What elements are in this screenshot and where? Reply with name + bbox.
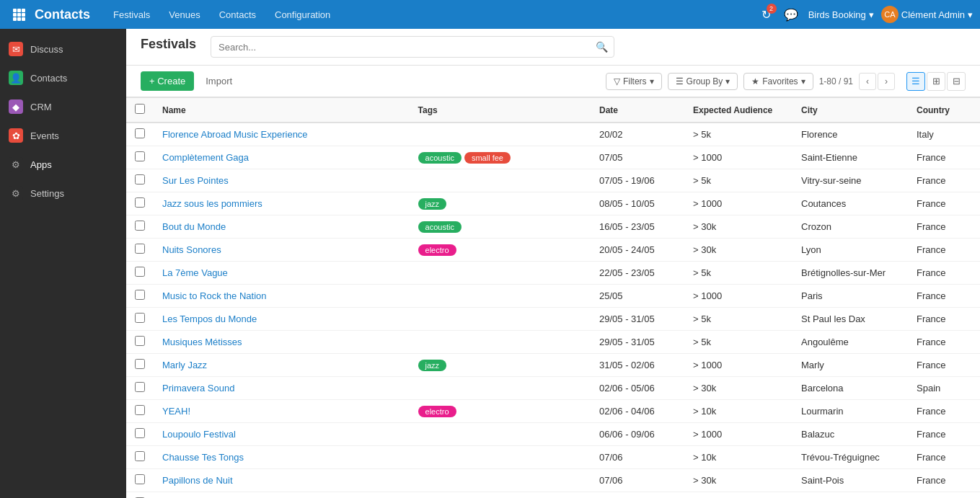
nav-contacts[interactable]: Contacts xyxy=(211,5,265,25)
row-audience: > 30k xyxy=(684,215,793,239)
sidebar-label-discuss: Discuss xyxy=(30,44,63,55)
header-country[interactable]: Country xyxy=(908,98,980,123)
search-button[interactable]: 🔍 xyxy=(590,37,614,57)
row-name[interactable]: Primavera Sound xyxy=(154,377,410,400)
filters-button[interactable]: ▽ Filters ▾ xyxy=(606,73,662,90)
row-checkbox[interactable] xyxy=(135,359,145,369)
row-tags xyxy=(410,492,591,499)
row-checkbox[interactable] xyxy=(135,313,145,323)
row-city: St Paul les Dax xyxy=(793,308,908,331)
booking-label: Birds Booking xyxy=(808,9,866,20)
sidebar-item-discuss[interactable]: ✉ Discuss xyxy=(0,35,126,63)
row-checkbox-cell xyxy=(126,146,154,169)
toolbar: + Create Import ▽ Filters ▾ ☰ Group By ▾… xyxy=(126,66,980,97)
booking-menu[interactable]: Birds Booking ▾ xyxy=(808,9,874,20)
favorites-button[interactable]: ★ Favorites ▾ xyxy=(743,73,813,90)
row-checkbox[interactable] xyxy=(135,428,145,438)
row-checkbox[interactable] xyxy=(135,128,145,138)
sidebar-item-events[interactable]: ✿ Events xyxy=(0,121,126,150)
header-audience[interactable]: Expected Audience xyxy=(684,98,793,123)
row-country: Spain xyxy=(908,377,980,400)
row-checkbox-cell xyxy=(126,469,154,492)
row-city: Saint-Etienne xyxy=(793,146,908,169)
row-name[interactable]: Florence Abroad Music Experience xyxy=(154,123,410,146)
nav-venues[interactable]: Venues xyxy=(160,5,208,25)
table-row: Jazz sous les pommiersjazz08/05 - 10/05>… xyxy=(126,192,980,215)
row-name[interactable]: Les Tempos du Monde xyxy=(154,308,410,331)
row-checkbox[interactable] xyxy=(135,405,145,415)
row-checkbox[interactable] xyxy=(135,151,145,161)
row-date: 07/06 xyxy=(591,469,684,492)
apps-grid-icon[interactable] xyxy=(7,3,30,26)
select-all-checkbox[interactable] xyxy=(135,104,145,114)
row-checkbox[interactable] xyxy=(135,382,145,392)
row-checkbox-cell xyxy=(126,215,154,239)
row-country: France xyxy=(908,169,980,192)
sidebar-item-apps[interactable]: ⚙ Apps xyxy=(0,150,126,179)
row-checkbox[interactable] xyxy=(135,221,145,231)
sidebar-label-events: Events xyxy=(30,130,59,141)
row-checkbox-cell xyxy=(126,169,154,192)
chat-icon[interactable]: 💬 xyxy=(781,5,801,25)
list-view-button[interactable]: ☰ xyxy=(906,72,925,91)
row-name[interactable]: Music to Rock the Nation xyxy=(154,285,410,308)
row-name[interactable]: YEAH! xyxy=(154,400,410,423)
row-checkbox[interactable] xyxy=(135,336,145,346)
header-city[interactable]: City xyxy=(793,98,908,123)
sidebar-item-contacts[interactable]: 👤 Contacts xyxy=(0,63,126,92)
row-checkbox-cell xyxy=(126,239,154,262)
row-name[interactable]: Sur Les Pointes xyxy=(154,169,410,192)
row-checkbox[interactable] xyxy=(135,267,145,277)
table-row: Loupoulo Festival06/06 - 09/06> 1000Bala… xyxy=(126,423,980,446)
row-name[interactable]: Chausse Tes Tongs xyxy=(154,446,410,469)
row-name[interactable]: Papillons de Nuit xyxy=(154,469,410,492)
create-button[interactable]: + Create xyxy=(141,71,194,91)
card-view-button[interactable]: ⊞ xyxy=(927,72,945,91)
sidebar-item-crm[interactable]: ◆ CRM xyxy=(0,92,126,121)
row-checkbox[interactable] xyxy=(135,290,145,300)
group-by-button[interactable]: ☰ Group By ▾ xyxy=(668,73,738,90)
row-name[interactable]: Muna Open Air xyxy=(154,492,410,499)
star-icon: ★ xyxy=(751,76,759,86)
row-checkbox[interactable] xyxy=(135,474,145,484)
table-row: Sur Les Pointes07/05 - 19/06> 5kVitry-su… xyxy=(126,169,980,192)
table-container: Name Tags Date Expected Audience City Co… xyxy=(126,97,980,498)
user-menu[interactable]: CA Clément Admin ▾ xyxy=(881,6,973,23)
grid-view-button[interactable]: ⊟ xyxy=(947,72,966,91)
sidebar-label-apps: Apps xyxy=(30,159,52,170)
refresh-icon[interactable]: ↻ 2 xyxy=(759,5,774,25)
nav-configuration[interactable]: Configuration xyxy=(266,5,339,25)
row-name[interactable]: Bout du Monde xyxy=(154,215,410,239)
search-input[interactable] xyxy=(211,37,590,57)
import-button[interactable]: Import xyxy=(200,71,238,91)
row-checkbox[interactable] xyxy=(135,244,145,254)
row-name[interactable]: Musiques Métisses xyxy=(154,331,410,354)
row-checkbox-cell xyxy=(126,423,154,446)
pagination-nav: ‹ › xyxy=(859,73,895,90)
row-name[interactable]: Jazz sous les pommiers xyxy=(154,192,410,215)
row-checkbox[interactable] xyxy=(135,451,145,461)
next-page-button[interactable]: › xyxy=(878,73,895,90)
row-date: 20/05 - 24/05 xyxy=(591,239,684,262)
row-audience: > 1000 xyxy=(684,146,793,169)
row-name[interactable]: Complètement Gaga xyxy=(154,146,410,169)
row-name[interactable]: Nuits Sonores xyxy=(154,239,410,262)
table-row: Music to Rock the Nation25/05> 1000Paris… xyxy=(126,285,980,308)
row-name[interactable]: Marly Jazz xyxy=(154,354,410,377)
row-checkbox-cell xyxy=(126,308,154,331)
row-audience: > 5k xyxy=(684,262,793,285)
row-name[interactable]: La 7ème Vague xyxy=(154,262,410,285)
header-tags[interactable]: Tags xyxy=(410,98,591,123)
header-name[interactable]: Name xyxy=(154,98,410,123)
row-name[interactable]: Loupoulo Festival xyxy=(154,423,410,446)
filters-label: Filters xyxy=(623,76,647,86)
sidebar-item-settings[interactable]: ⚙ Settings xyxy=(0,179,126,208)
row-checkbox[interactable] xyxy=(135,174,145,184)
row-checkbox[interactable] xyxy=(135,197,145,208)
prev-page-button[interactable]: ‹ xyxy=(859,73,876,90)
apps-sidebar-icon: ⚙ xyxy=(9,157,23,172)
row-city: Vitry-sur-seine xyxy=(793,169,908,192)
sidebar-label-settings: Settings xyxy=(30,188,64,199)
nav-festivals[interactable]: Festivals xyxy=(105,5,159,25)
header-date[interactable]: Date xyxy=(591,98,684,123)
